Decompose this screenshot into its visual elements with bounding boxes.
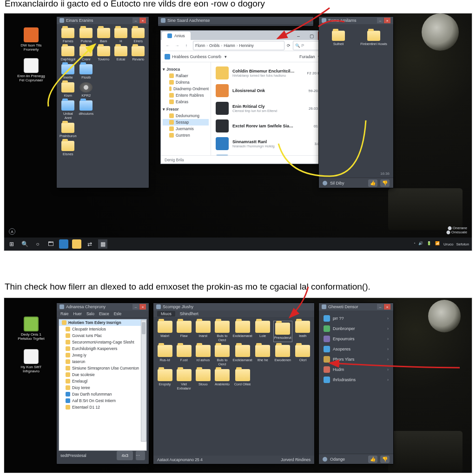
nav-item[interactable]: prr ??› <box>322 313 390 324</box>
folder-item[interactable]: dihcuions <box>79 100 94 120</box>
nav-item[interactable]: Ihrlodrastins› <box>322 375 390 385</box>
tree-row[interactable]: Eisentael D1 12 <box>59 404 146 410</box>
tree-row[interactable]: Iaseron <box>59 358 146 365</box>
thumbs-up-button[interactable]: 👍 <box>368 179 377 187</box>
thumbs-down-button[interactable]: 👎 <box>380 179 390 187</box>
crumb[interactable]: Flonn <box>195 43 205 48</box>
folder-item[interactable]: F.ost <box>175 345 192 366</box>
sidebar-group[interactable]: ▾Jnsoca <box>163 67 209 72</box>
taskbar-app[interactable]: 🗔 <box>46 239 55 249</box>
folder-item[interactable]: Eropsty <box>156 369 173 390</box>
folder-item[interactable]: Flosib <box>79 64 94 79</box>
file-row[interactable]: Enin Rritinal ClyCienssl tinp lun fol sm… <box>211 99 332 117</box>
bottom-icon-button[interactable]: ⋯ <box>136 451 145 460</box>
folder-item[interactable]: DajrNigpt <box>60 46 77 61</box>
close-button[interactable]: × <box>384 304 390 310</box>
tab[interactable]: Miuos <box>157 311 175 317</box>
folder-item[interactable]: Bam <box>96 28 111 43</box>
desktop-icon-1[interactable]: DW Ison Tils Fronrerty <box>17 27 45 52</box>
thumbs-down-button[interactable]: 👎 <box>380 456 390 463</box>
folder-item[interactable]: Loie <box>254 321 271 342</box>
minimize-button[interactable]: – <box>132 18 139 23</box>
search-button[interactable]: 🔍 <box>20 239 29 249</box>
folder-item[interactable]: Elrers <box>131 28 146 43</box>
tree-row[interactable]: Aaf B:Srt On Gest Intiern <box>59 397 146 404</box>
folder-item[interactable]: Olcrl <box>294 345 311 366</box>
file-row[interactable]: Lilosisrenal Onk59-20.00 fo <box>211 82 332 99</box>
ribbon-button[interactable]: Furadan ▾ <box>299 54 320 59</box>
corner-badge[interactable]: A <box>9 228 15 235</box>
file-row[interactable]: Sinnamrastt RanlNranadn l'honnongn Holid… <box>211 135 332 152</box>
scrollbar[interactable] <box>141 320 146 442</box>
folder-item[interactable]: Buls to Oerd <box>213 345 231 366</box>
tray-icon[interactable]: 🔊 <box>418 241 424 247</box>
sidebar-item[interactable]: Sessap <box>163 119 209 126</box>
folder-item[interactable]: Finbentinri Howls <box>357 31 390 46</box>
breadcrumb[interactable]: Flonn› Onbls› Hiamn› Henniny <box>193 41 284 50</box>
minimize-button[interactable]: – <box>132 304 139 310</box>
folder-item[interactable]: Elsnes <box>60 141 77 156</box>
minimize-button[interactable]: – <box>377 304 383 310</box>
folder-item[interactable]: Crenr <box>79 46 94 61</box>
folder-item[interactable]: Viet Extralanr <box>175 369 192 390</box>
desktop-icon-2[interactable]: Eren iin Prenegg Fel Coprunaer <box>17 58 45 83</box>
thumbs-up-button[interactable]: 👍 <box>368 456 377 463</box>
sidebar-item[interactable]: Rallaer <box>163 73 209 79</box>
minimize-button[interactable]: – <box>292 32 305 40</box>
menu-item[interactable]: Salo <box>86 311 94 316</box>
sidebar-item[interactable]: Guntren <box>163 132 209 139</box>
sidebar-item[interactable]: Enitere Rablires <box>163 92 209 99</box>
tree-row[interactable]: Cleopatir Inteniolos <box>59 326 146 332</box>
tab[interactable]: Sihindlhert <box>180 311 198 316</box>
crumb[interactable]: Hiamn <box>224 43 235 48</box>
folder-item[interactable]: Mabrl <box>156 321 173 342</box>
sidebar-item[interactable]: Eabras <box>163 99 209 105</box>
sidebar-item[interactable]: Diadnemp Ondment <box>163 86 209 92</box>
minimize-button[interactable]: – <box>377 18 383 23</box>
folder-item[interactable]: leath <box>294 321 311 342</box>
tree-row[interactable]: Jvveg iy <box>59 352 146 358</box>
crumb[interactable]: Henniny <box>239 43 254 48</box>
folder-item[interactable]: Toverro <box>96 46 111 61</box>
folder-item[interactable]: Revario <box>131 46 146 61</box>
menu-item[interactable]: Esle <box>114 311 122 316</box>
sidebar-item[interactable]: Juemamis <box>163 126 209 132</box>
menu-item[interactable]: Etace <box>99 311 109 316</box>
folder-item[interactable]: Potena <box>79 28 94 43</box>
folder-item[interactable]: rd ashos <box>194 345 212 366</box>
tree-row[interactable]: Holotien Tom Edery Insrrign <box>59 319 146 326</box>
titlebar[interactable]: Sine Saard Aachnense <box>158 17 313 24</box>
titlebar[interactable]: Einars Eranins – × <box>57 17 149 24</box>
nav-item[interactable]: Enpourroirs› <box>322 334 390 344</box>
back-button[interactable]: ← <box>164 41 172 50</box>
folder-item[interactable]: Inarst <box>194 321 212 342</box>
tree-row[interactable]: Sirsiune Simrapronsn Ulse Cunventon <box>59 365 146 371</box>
tree-row[interactable]: Enelaugl <box>59 378 146 384</box>
desktop-icon-2[interactable]: Hy Kon SittT Infrgnavro <box>17 349 45 374</box>
up-button[interactable]: ↑ <box>182 41 191 50</box>
folder-item[interactable]: Stouo <box>194 369 212 390</box>
titlebar[interactable]: Some Amilarns – × <box>319 17 393 24</box>
folder-item[interactable]: Cord Ollee <box>233 369 252 390</box>
menu-item[interactable]: Huer <box>73 311 81 316</box>
folder-item[interactable]: Prenoderut <box>273 321 292 342</box>
folder-item[interactable]: Unikal Annt <box>60 100 77 120</box>
folder-item[interactable]: Rus-Id <box>156 345 173 366</box>
start-button[interactable]: ⊞ <box>7 239 16 249</box>
folder-item[interactable]: Kisrn <box>60 82 77 98</box>
refresh-button[interactable]: ⟳ <box>287 43 291 48</box>
tray-icon[interactable]: 🔋 <box>427 241 432 247</box>
folder-item[interactable]: Fames <box>60 28 77 43</box>
forward-button[interactable]: → <box>173 41 181 50</box>
bottom-button[interactable]: 4x3 <box>117 451 133 460</box>
tree-row[interactable]: Due scolesie <box>59 371 146 378</box>
folder-item[interactable]: Exdidamarat <box>233 345 252 366</box>
titlebar[interactable]: Adnaresa Chenprony – × <box>57 303 149 311</box>
sidebar-group[interactable]: ▾Fresor <box>163 107 209 112</box>
file-row[interactable]: Cohldin Bimemur Enclurritcil Com Solalsh… <box>211 64 332 82</box>
file-row[interactable]: Exctel Rorev Iam Swifele Sianbamet01 00 … <box>211 117 332 135</box>
desktop-icon-1[interactable]: Dedy Onis 1 Pletsiloo Trgrfiet <box>17 317 45 341</box>
maximize-button[interactable]: ▢ <box>305 32 318 40</box>
tree-row[interactable]: Dioy Ieree <box>59 384 146 391</box>
folder-item[interactable]: Sulheii <box>322 31 355 46</box>
